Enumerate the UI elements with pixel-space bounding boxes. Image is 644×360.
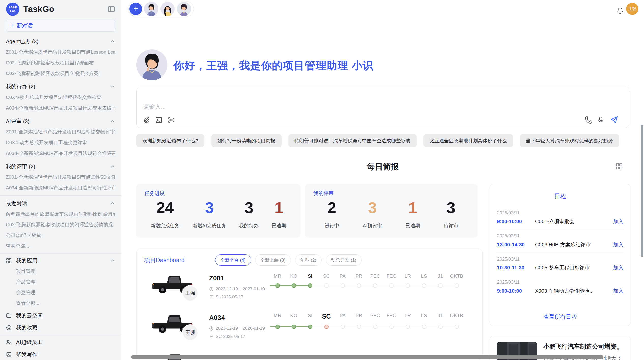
section-header-ai-review[interactable]: AI评审 (3) bbox=[6, 116, 115, 127]
sidebar-item[interactable]: C0X4-动力总成开发项目工程变更评审 bbox=[6, 137, 115, 148]
stat-label: 进行中 bbox=[325, 222, 339, 229]
section-header-recent[interactable]: 最近对话 bbox=[6, 198, 115, 209]
sidebar-collapse-icon[interactable] bbox=[108, 5, 115, 13]
attach-icon[interactable] bbox=[143, 116, 150, 124]
suggestion-chip[interactable]: 当下年轻人对汽车外观有怎样的喜好趋势 bbox=[520, 134, 619, 147]
microphone-icon[interactable] bbox=[597, 116, 605, 124]
my-review-stats: 2进行中 3AI预评审 1已逾期 3待评审 bbox=[305, 200, 478, 229]
sidebar-item-ai-employee[interactable]: AI超级员工 bbox=[6, 337, 115, 348]
sidebar-item[interactable]: C02-飞腾新能源轻客改款项目里程碑画布 bbox=[6, 57, 115, 68]
recent-item[interactable]: 解释最新出台的欧盟报废车法规再生塑料比例被调至15%... bbox=[6, 209, 115, 219]
ai-employee-label: AI超级员工 bbox=[16, 339, 42, 346]
cloud-space-label: 我的云空间 bbox=[16, 312, 43, 319]
sidebar: Task Go TaskGo + 新对话 Agent已办 (3) Z001-全新… bbox=[0, 0, 121, 360]
milestones: MRKOSISCPAPRPECFECLRLSJ1OKTB bbox=[269, 313, 470, 332]
avatar-contact-3[interactable] bbox=[177, 2, 191, 16]
suggestion-chip[interactable]: 如何写一份清晰的项目周报 bbox=[211, 134, 282, 147]
milestone-dots bbox=[269, 283, 465, 288]
image-icon[interactable] bbox=[155, 116, 163, 124]
event-title: C003|H0B-方案冻结评审 bbox=[535, 241, 613, 248]
recent-view-all[interactable]: 查看全部... bbox=[6, 241, 115, 251]
apps-view-all[interactable]: 查看全部... bbox=[6, 298, 115, 309]
sidebar-item-help-write[interactable]: 帮我写作 bbox=[6, 349, 115, 360]
section-header-my-todo[interactable]: 我的待办 (2) bbox=[6, 81, 115, 92]
milestone-labels: MRKOSISCPAPRPECFECLRLSJ1OKTB bbox=[269, 313, 470, 320]
new-chat-button[interactable]: + 新对话 bbox=[6, 20, 115, 32]
section-title: 我的评审 (2) bbox=[6, 163, 35, 170]
grid-icon bbox=[6, 258, 12, 264]
sidebar-item[interactable]: C02-飞腾新能源轻客改款项目立项汇报方案 bbox=[6, 68, 115, 79]
join-link[interactable]: 加入 bbox=[613, 218, 623, 225]
view-all-schedule-link[interactable]: 查看所有日程 bbox=[490, 313, 631, 321]
stat-value: 2 bbox=[325, 200, 339, 216]
join-link[interactable]: 加入 bbox=[613, 264, 623, 271]
sidebar-item[interactable]: A034-全新新能源MUV产品开发项目计划变更表编写 bbox=[6, 103, 115, 113]
app-item-project-mgmt[interactable]: 项目管理 bbox=[6, 266, 115, 277]
stat: 2进行中 bbox=[325, 200, 339, 229]
stat-label: 新增完成任务 bbox=[151, 222, 180, 229]
stat-label: AI预评审 bbox=[363, 222, 382, 229]
new-conversation-button[interactable]: + bbox=[129, 3, 142, 15]
project-flag: SI-2025-05-17 bbox=[209, 295, 243, 300]
section-header-my-review[interactable]: 我的评审 (2) bbox=[6, 161, 115, 172]
notification-bell-icon[interactable] bbox=[617, 7, 624, 14]
task-progress-stats: 24新增完成任务 3新增AI完成任务 3我的待办 1已逾期 bbox=[136, 200, 300, 229]
project-flag-text: SC-2025-05-17 bbox=[216, 334, 245, 339]
schedule-title: 日程 bbox=[490, 192, 631, 200]
sidebar-item[interactable]: C0X4-动力总成开发项目SI里程碑提交物检查 bbox=[6, 92, 115, 103]
stat-value: 24 bbox=[151, 200, 180, 216]
suggestion-chip[interactable]: 比亚迪全固态电池计划具体说了什么 bbox=[423, 134, 513, 147]
project-row[interactable]: 王强 Z001 2023-12-19 ~ 2027-01-19 SI-2025-… bbox=[137, 267, 482, 306]
filter-chip-modelyear[interactable]: 年型 (2) bbox=[295, 254, 322, 266]
recent-item[interactable]: 公司Q3轻卡销量 bbox=[6, 230, 115, 241]
sidebar-item[interactable]: A034-全新新能源MUV产品开发项目造型可行性评审 bbox=[6, 183, 115, 193]
horizontal-scrollbar-thumb[interactable] bbox=[131, 355, 603, 359]
section-header-agent-done[interactable]: Agent已办 (3) bbox=[6, 36, 115, 47]
schedule-event: 2025/03/11 9:00-10:00C001-立项审批会加入 bbox=[497, 207, 623, 230]
app-item-product-mgmt[interactable]: 产品管理 bbox=[6, 277, 115, 287]
join-link[interactable]: 加入 bbox=[613, 288, 623, 294]
vertical-scrollbar-thumb[interactable] bbox=[641, 125, 643, 257]
sidebar-item-my-apps[interactable]: 我的应用 bbox=[6, 255, 115, 266]
sidebar-item-favorites[interactable]: 我的收藏 bbox=[6, 322, 115, 333]
avatar-contact-1[interactable] bbox=[144, 2, 158, 16]
project-dates: 2023-12-19 ~ 2026-01-19 bbox=[209, 326, 265, 331]
project-dates-text: 2023-12-19 ~ 2027-01-19 bbox=[216, 287, 265, 292]
chevron-up-icon bbox=[110, 164, 115, 169]
avatar-contact-2[interactable] bbox=[160, 2, 175, 16]
send-icon[interactable] bbox=[610, 116, 618, 124]
stat-value: 1 bbox=[405, 200, 420, 216]
sidebar-item[interactable]: A034-全新新能源MUV产品开发项目法规符合性评审 bbox=[6, 148, 115, 159]
scissors-icon[interactable] bbox=[167, 116, 175, 124]
phone-icon[interactable] bbox=[585, 116, 592, 124]
project-row[interactable]: 王强 A034 2023-12-19 ~ 2026-01-19 SC-2025-… bbox=[137, 307, 482, 345]
sidebar-item[interactable]: Z001-全新燃油皮卡产品开发项目SI节点Lesson Learn报告 bbox=[6, 47, 115, 57]
suggestion-chip[interactable]: 特朗普可能对进口汽车增税会对中国车企造成哪些影响 bbox=[288, 134, 417, 147]
section-title: 我的待办 (2) bbox=[6, 83, 35, 90]
chevron-up-icon bbox=[110, 39, 115, 44]
layout-grid-icon[interactable] bbox=[616, 163, 623, 170]
stat: 3待评审 bbox=[444, 200, 458, 229]
schedule-event: 2025/03/11 9:00-10:00X003-车辆动力学性能验...加入 bbox=[497, 276, 623, 299]
filter-chip-platform[interactable]: 全新平台 (4) bbox=[215, 254, 251, 266]
suggestion-chip[interactable]: 欧洲新规最近颁布了什么? bbox=[136, 134, 204, 147]
scroll-right-arrow-icon[interactable]: ▶ bbox=[608, 354, 612, 360]
filter-chip-powertrain[interactable]: 动总开发 (1) bbox=[326, 254, 362, 266]
app-item-change-mgmt[interactable]: 变更管理 bbox=[6, 287, 115, 298]
join-link[interactable]: 加入 bbox=[613, 241, 623, 248]
section-title: Agent已办 (3) bbox=[6, 38, 38, 45]
message-input[interactable]: 请输入... bbox=[136, 87, 629, 128]
folder-icon bbox=[6, 312, 12, 319]
plus-icon: + bbox=[10, 22, 14, 30]
user-avatar[interactable]: 王强 bbox=[626, 3, 638, 15]
recent-item[interactable]: C02-飞腾新能源轻客改款项目的闭环通告反馈情况 bbox=[6, 219, 115, 230]
sidebar-header: Task Go TaskGo bbox=[0, 0, 121, 18]
section-title: 最近对话 bbox=[6, 200, 27, 207]
sidebar-item-cloud-space[interactable]: 我的云空间 bbox=[6, 310, 115, 321]
filter-chip-upfit[interactable]: 全新上装 (3) bbox=[255, 254, 291, 266]
scroll-down-arrow-icon[interactable]: ▼ bbox=[616, 346, 621, 352]
sidebar-item[interactable]: Z001-全新燃油轻卡产品开发项目SI节点属性5D文件评审 bbox=[6, 172, 115, 183]
divider bbox=[0, 253, 121, 254]
event-time: 10:30-11:30 bbox=[497, 265, 535, 271]
sidebar-item[interactable]: Z001-全新燃油轻卡产品开发项目SI造型提交物评审 bbox=[6, 127, 115, 137]
